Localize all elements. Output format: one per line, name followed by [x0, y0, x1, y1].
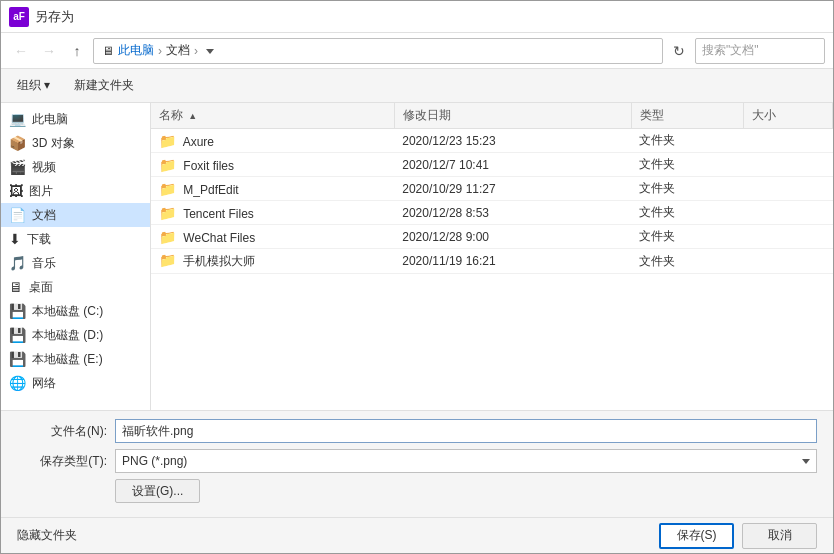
file-size-cell: [744, 177, 833, 201]
footer-buttons: 保存(S) 取消: [659, 523, 817, 549]
table-row[interactable]: 📁 WeChat Files 2020/12/28 9:00 文件夹: [151, 225, 833, 249]
file-date-cell: 2020/12/28 8:53: [394, 201, 631, 225]
title-bar: aF 另存为: [1, 1, 833, 33]
breadcrumb-sep1: ›: [158, 44, 162, 58]
file-type-cell: 文件夹: [631, 249, 744, 274]
sidebar-item-video[interactable]: 🎬 视频: [1, 155, 150, 179]
search-placeholder: 搜索"文档": [702, 42, 759, 59]
sidebar-item-label: 桌面: [29, 279, 53, 296]
network-icon: 🌐: [9, 375, 26, 391]
sidebar-item-3d[interactable]: 📦 3D 对象: [1, 131, 150, 155]
file-name-cell: 📁 M_PdfEdit: [151, 177, 394, 201]
folder-icon: 📁: [159, 133, 176, 149]
computer-icon: 💻: [9, 111, 26, 127]
file-table: 名称 ▲ 修改日期 类型 大小: [151, 103, 833, 274]
filename-label: 文件名(N):: [17, 423, 107, 440]
file-date-cell: 2020/10/29 11:27: [394, 177, 631, 201]
sidebar-item-label: 网络: [32, 375, 56, 392]
file-type-cell: 文件夹: [631, 177, 744, 201]
sidebar-item-label: 下载: [27, 231, 51, 248]
back-button[interactable]: ←: [9, 39, 33, 63]
window-title: 另存为: [35, 8, 74, 26]
refresh-button[interactable]: ↻: [667, 39, 691, 63]
main-content: 💻 此电脑 📦 3D 对象 🎬 视频 🖼 图片 📄 文档 ⬇ 下载: [1, 103, 833, 410]
file-name-cell: 📁 Tencent Files: [151, 201, 394, 225]
file-date-cell: 2020/11/19 16:21: [394, 249, 631, 274]
music-icon: 🎵: [9, 255, 26, 271]
filetype-dropdown-icon: [802, 459, 810, 464]
file-name: Axure: [183, 135, 214, 149]
filetype-row: 保存类型(T): PNG (*.png): [17, 449, 817, 473]
window: aF 另存为 ← → ↑ 🖥 此电脑 › 文档 › ↻ 搜索"文档" 组织 ▾ …: [0, 0, 834, 554]
search-box[interactable]: 搜索"文档": [695, 38, 825, 64]
sidebar-item-pictures[interactable]: 🖼 图片: [1, 179, 150, 203]
folder-icon: 📁: [159, 252, 176, 268]
file-type-cell: 文件夹: [631, 225, 744, 249]
file-name-cell: 📁 Axure: [151, 129, 394, 153]
save-button[interactable]: 保存(S): [659, 523, 734, 549]
table-row[interactable]: 📁 手机模拟大师 2020/11/19 16:21 文件夹: [151, 249, 833, 274]
sidebar-item-computer[interactable]: 💻 此电脑: [1, 107, 150, 131]
sidebar-item-drive-e[interactable]: 💾 本地磁盘 (E:): [1, 347, 150, 371]
filename-row: 文件名(N):: [17, 419, 817, 443]
forward-button[interactable]: →: [37, 39, 61, 63]
table-row[interactable]: 📁 Foxit files 2020/12/7 10:41 文件夹: [151, 153, 833, 177]
folder-icon: 📁: [159, 205, 176, 221]
sidebar-item-label: 本地磁盘 (C:): [32, 303, 103, 320]
col-type[interactable]: 类型: [631, 103, 744, 129]
file-name-cell: 📁 WeChat Files: [151, 225, 394, 249]
col-name[interactable]: 名称 ▲: [151, 103, 394, 129]
file-size-cell: [744, 153, 833, 177]
sort-arrow-up: ▲: [188, 111, 197, 121]
hide-folders-toggle[interactable]: 隐藏文件夹: [17, 527, 77, 544]
table-row[interactable]: 📁 Axure 2020/12/23 15:23 文件夹: [151, 129, 833, 153]
sidebar-item-label: 文档: [32, 207, 56, 224]
file-type-cell: 文件夹: [631, 153, 744, 177]
file-name: Tencent Files: [183, 207, 254, 221]
sidebar-item-label: 此电脑: [32, 111, 68, 128]
filetype-select[interactable]: PNG (*.png): [115, 449, 817, 473]
sidebar-item-network[interactable]: 🌐 网络: [1, 371, 150, 395]
video-icon: 🎬: [9, 159, 26, 175]
drive-e-icon: 💾: [9, 351, 26, 367]
file-name-cell: 📁 Foxit files: [151, 153, 394, 177]
app-icon-text: aF: [13, 11, 25, 22]
file-date-cell: 2020/12/28 9:00: [394, 225, 631, 249]
table-row[interactable]: 📁 Tencent Files 2020/12/28 8:53 文件夹: [151, 201, 833, 225]
settings-button[interactable]: 设置(G)...: [115, 479, 200, 503]
filetype-label: 保存类型(T):: [17, 453, 107, 470]
col-size[interactable]: 大小: [744, 103, 833, 129]
file-name: WeChat Files: [183, 231, 255, 245]
sidebar-item-label: 本地磁盘 (E:): [32, 351, 103, 368]
breadcrumb-computer-icon: 🖥: [102, 44, 114, 58]
file-type-cell: 文件夹: [631, 129, 744, 153]
breadcrumb-computer[interactable]: 此电脑: [118, 42, 154, 59]
organize-button[interactable]: 组织 ▾: [9, 74, 58, 98]
file-date-cell: 2020/12/23 15:23: [394, 129, 631, 153]
file-name: M_PdfEdit: [183, 183, 238, 197]
sidebar-item-label: 本地磁盘 (D:): [32, 327, 103, 344]
action-bar: 组织 ▾ 新建文件夹: [1, 69, 833, 103]
bottom-panel: 文件名(N): 保存类型(T): PNG (*.png) 设置(G)...: [1, 410, 833, 517]
sidebar-item-drive-d[interactable]: 💾 本地磁盘 (D:): [1, 323, 150, 347]
file-size-cell: [744, 129, 833, 153]
hide-folders-label: 隐藏文件夹: [17, 527, 77, 544]
drive-c-icon: 💾: [9, 303, 26, 319]
filename-input[interactable]: [115, 419, 817, 443]
navigation-toolbar: ← → ↑ 🖥 此电脑 › 文档 › ↻ 搜索"文档": [1, 33, 833, 69]
file-size-cell: [744, 225, 833, 249]
up-button[interactable]: ↑: [65, 39, 89, 63]
sidebar-item-desktop[interactable]: 🖥 桌面: [1, 275, 150, 299]
sidebar-item-label: 音乐: [32, 255, 56, 272]
file-size-cell: [744, 201, 833, 225]
file-type-cell: 文件夹: [631, 201, 744, 225]
sidebar-item-downloads[interactable]: ⬇ 下载: [1, 227, 150, 251]
sidebar-item-music[interactable]: 🎵 音乐: [1, 251, 150, 275]
cancel-button[interactable]: 取消: [742, 523, 817, 549]
breadcrumb-dropdown-icon[interactable]: [206, 45, 214, 56]
col-date[interactable]: 修改日期: [394, 103, 631, 129]
sidebar-item-drive-c[interactable]: 💾 本地磁盘 (C:): [1, 299, 150, 323]
new-folder-button[interactable]: 新建文件夹: [66, 74, 142, 98]
sidebar-item-documents[interactable]: 📄 文档: [1, 203, 150, 227]
table-row[interactable]: 📁 M_PdfEdit 2020/10/29 11:27 文件夹: [151, 177, 833, 201]
